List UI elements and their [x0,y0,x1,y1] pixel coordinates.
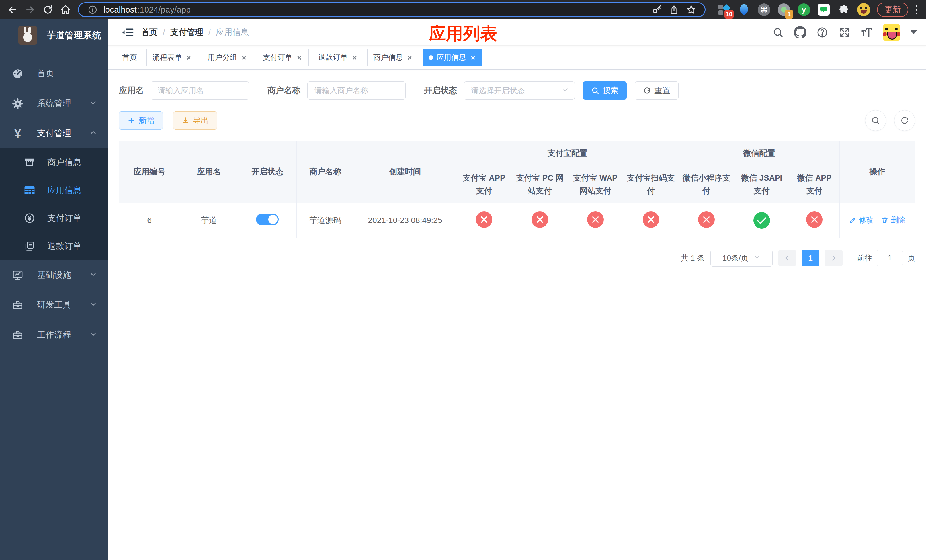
reset-button[interactable]: 重置 [635,82,679,100]
app-name-input[interactable] [151,82,249,100]
close-icon[interactable] [406,54,413,61]
font-size-icon[interactable] [861,26,873,39]
page-size-select[interactable]: 10条/页 [710,250,773,266]
col-alipay-pc: 支付宝 PC 网站支付 [512,166,568,203]
breadcrumb-payment[interactable]: 支付管理 [170,27,203,38]
tab-home[interactable]: 首页 [116,49,143,67]
merchant-name-input[interactable] [307,82,406,100]
url-host: localhost [103,5,137,15]
extension-y-icon[interactable]: y [797,3,810,16]
share-icon[interactable] [668,3,680,16]
close-icon[interactable] [351,54,358,61]
password-key-icon[interactable] [651,3,663,16]
edit-link[interactable]: 修改 [849,215,874,225]
user-avatar[interactable] [883,24,900,41]
col-alipay-qr: 支付宝扫码支付 [623,166,679,203]
col-alipay-app: 支付宝 APP 支付 [456,166,512,203]
tab-app-info[interactable]: 应用信息 [422,49,483,67]
page-content: 应用名 商户名称 开启状态 请选择开启状态 搜索 [108,70,926,560]
goto-page-input[interactable] [877,250,903,266]
avatar-caret-icon[interactable] [911,30,917,34]
sidebar-item-app-info[interactable]: 应用信息 [0,176,108,204]
sidebar-item-home[interactable]: 首页 [0,59,108,89]
sidebar-item-merchant-info[interactable]: 商户信息 [0,148,108,176]
close-icon[interactable] [185,54,192,61]
sidebar-item-pay-order[interactable]: 支付订单 [0,204,108,232]
top-navbar: 首页 / 支付管理 / 应用信息 [108,20,926,45]
profile-avatar-icon[interactable] [857,3,870,16]
payment-submenu: 商户信息 应用信息 支付订单 [0,148,108,260]
wx-jsapi-status-icon [754,212,770,229]
fullscreen-icon[interactable] [838,26,851,39]
yen-circle-icon [22,212,37,224]
sidebar-item-payment[interactable]: ¥ 支付管理 [0,118,108,148]
prev-page-button[interactable] [778,250,796,266]
sidebar: 芋道管理系统 首页 系统管理 ¥ 支付管理 [0,20,108,560]
goto-label: 前往 [857,253,872,263]
merchant-name-label: 商户名称 [267,85,300,96]
address-bar[interactable]: localhost :1024/pay/app [78,2,706,17]
sidebar-menu: 首页 系统管理 ¥ 支付管理 [0,59,108,350]
site-info-icon[interactable] [86,3,99,16]
github-icon[interactable] [794,26,806,39]
delete-link[interactable]: 删除 [881,215,905,225]
sidebar-item-refund-order[interactable]: 退款订单 [0,232,108,260]
table-toolbar: 新增 导出 [119,110,915,131]
url-path: :1024/pay/app [137,5,191,15]
forward-icon[interactable] [22,2,38,17]
chevron-down-icon [89,270,97,280]
gear-icon [10,98,25,110]
breadcrumb-home[interactable]: 首页 [141,27,158,38]
page-title: 应用列表 [429,22,497,45]
sidebar-item-workflow[interactable]: 工作流程 [0,320,108,350]
tab-process-form[interactable]: 流程表单 [146,49,198,67]
sidebar-item-dev-tools[interactable]: 研发工具 [0,290,108,320]
toggle-search-button[interactable] [865,110,886,131]
extension-command-icon[interactable]: ⌘ [757,3,770,16]
next-page-button[interactable] [825,250,843,266]
home-icon[interactable] [57,2,73,17]
extension-recorder-icon[interactable]: 1 [777,3,790,16]
status-select[interactable]: 请选择开启状态 [464,82,575,100]
close-icon[interactable] [241,54,247,61]
browser-update-button[interactable]: 更新 [877,3,908,17]
extension-chat-icon[interactable] [817,3,830,16]
alipay-app-status-icon [476,211,492,228]
reload-icon[interactable] [40,2,56,17]
sidebar-collapse-icon[interactable] [121,26,135,39]
toolbox-icon [10,300,25,311]
cell-merchant: 芋道源码 [297,203,354,238]
chevron-down-icon [561,86,569,95]
sidebar-item-infrastructure[interactable]: 基础设施 [0,260,108,290]
documents-icon [22,241,37,251]
help-icon[interactable] [816,26,829,39]
bookmark-star-icon[interactable] [685,3,698,16]
alipay-pc-status-icon [532,211,548,228]
tab-pay-order[interactable]: 支付订单 [257,49,309,67]
add-button[interactable]: 新增 [119,111,163,130]
browser-toolbar: localhost :1024/pay/app 10 ⌘ 1 y [0,0,926,20]
refresh-button[interactable] [894,110,915,131]
tab-refund-order[interactable]: 退款订单 [312,49,364,67]
close-icon[interactable] [296,54,303,61]
browser-menu-icon[interactable] [912,3,921,16]
extension-tiles-icon[interactable]: 10 [717,3,731,16]
tab-merchant-info[interactable]: 商户信息 [367,49,419,67]
tab-user-group[interactable]: 用户分组 [201,49,253,67]
search-button[interactable]: 搜索 [583,82,627,100]
sidebar-item-system[interactable]: 系统管理 [0,89,108,118]
app-name-label: 应用名 [119,85,144,96]
close-icon[interactable] [469,54,477,61]
page-number-1[interactable]: 1 [802,250,819,266]
breadcrumb-separator: / [209,28,211,37]
chevron-down-icon [89,330,97,340]
extension-pin-icon[interactable] [737,3,750,16]
back-icon[interactable] [5,2,21,17]
export-button[interactable]: 导出 [173,111,217,130]
extensions-puzzle-icon[interactable] [837,3,850,16]
col-app-id: 应用编号 [119,141,180,203]
search-icon[interactable] [772,26,784,39]
status-toggle[interactable] [256,213,279,225]
table-row: 6 芋道 芋道源码 2021-10-23 08:49:25 [119,203,915,238]
app-logo-row[interactable]: 芋道管理系统 [0,20,108,51]
